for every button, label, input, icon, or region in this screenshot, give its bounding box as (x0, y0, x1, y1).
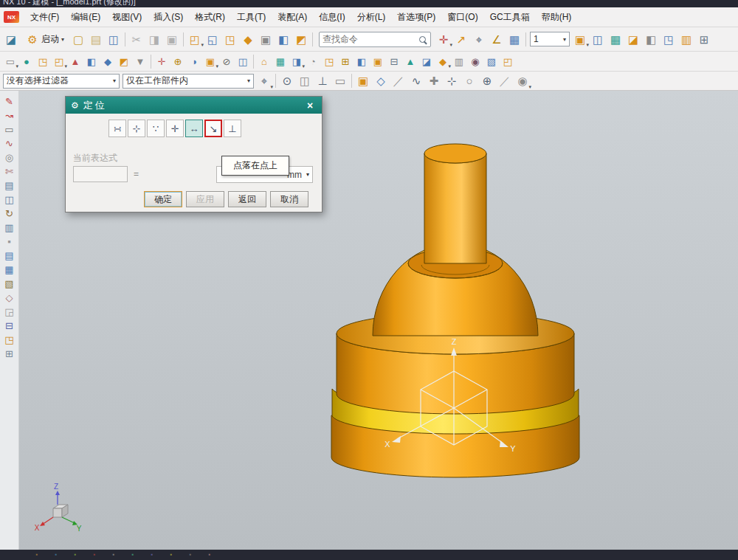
trim-body-icon[interactable]: ◑ (187, 54, 201, 69)
view-scale-combo[interactable]: 1 ▾ (530, 32, 570, 46)
taskbar-icon[interactable]: ▪ (52, 551, 60, 559)
grid-icon[interactable]: ⊞ (696, 31, 712, 47)
start-menu-button[interactable]: ⚙ 启动 ▾ (20, 30, 68, 49)
copy-icon[interactable]: ◨ (146, 31, 162, 47)
boolean-subtract-icon[interactable]: ⊘ (219, 54, 234, 69)
boolean-intersect-icon[interactable]: ◫ (235, 54, 250, 69)
intersection-snap-icon[interactable]: ⊥ (314, 73, 331, 89)
shaded-view-icon[interactable]: ◳ (661, 31, 677, 47)
close-icon[interactable]: × (303, 100, 317, 111)
menu-edit[interactable]: 编辑(E) (65, 7, 106, 27)
vertical-dim-icon[interactable]: ⊹ (128, 120, 145, 137)
point-on-surface-icon[interactable]: ∿ (408, 73, 424, 89)
assembly-navigator-icon[interactable]: ▤ (2, 249, 17, 263)
selection-scope-combo[interactable]: 仅在工作部件内 ▾ (123, 74, 254, 89)
chamfer-icon[interactable]: ◳ (322, 54, 337, 69)
snap-point-icon[interactable]: ⌖▾ (256, 73, 272, 89)
studio-spline-icon[interactable]: ∿ (2, 136, 17, 151)
endpoint-snap-icon[interactable]: ⊙ (279, 73, 295, 89)
menu-tools[interactable]: 工具(T) (231, 7, 272, 27)
sphere-icon[interactable]: ● (19, 54, 34, 69)
draft-icon[interactable]: ◨▾ (289, 54, 304, 69)
pad-icon[interactable]: ◩ (117, 54, 131, 69)
menu-view[interactable]: 视图(V) (106, 7, 148, 27)
back-button[interactable]: 返回 (228, 191, 266, 207)
pattern-icon[interactable]: ▦ (506, 31, 523, 47)
xform-icon[interactable]: ▧ (484, 54, 499, 69)
spline-icon[interactable]: ↝ (2, 108, 17, 122)
replace-face-icon[interactable]: ◰ (500, 54, 515, 69)
cone-icon[interactable]: ▲ (68, 54, 83, 69)
edge-blend-icon[interactable]: ◔ (306, 54, 320, 69)
apply-button[interactable]: 应用 (186, 191, 224, 207)
angle-icon[interactable]: ∠ (489, 31, 505, 47)
perpendicular-dim-icon[interactable]: ✛ (166, 120, 184, 137)
point-dialog-icon[interactable]: ✛▾ (435, 31, 452, 47)
menu-format[interactable]: 格式(R) (189, 7, 231, 27)
arc-center-snap-icon[interactable]: ▭ (332, 73, 348, 89)
menu-help[interactable]: 帮助(H) (536, 7, 578, 27)
quadrant-snap-icon[interactable]: ▣ (355, 73, 371, 89)
orient-view-icon[interactable]: ◪ (625, 31, 641, 47)
taskbar-icon[interactable]: ▪ (129, 551, 137, 559)
direct-sketch-icon[interactable]: ▭▾ (3, 54, 18, 69)
rectangle-icon[interactable]: ▭ (2, 122, 17, 136)
selection-filter-combo[interactable]: 没有选择过滤器 ▾ (3, 74, 120, 89)
tilt-icon[interactable]: ▲ (403, 54, 418, 69)
dialog-titlebar[interactable]: ⚙ 定位 × (66, 97, 322, 114)
thread-icon[interactable]: ▦ (273, 54, 288, 69)
layer-settings-icon[interactable]: ◫ (590, 31, 606, 47)
offset-curve-icon[interactable]: ▤ (2, 179, 17, 193)
history-icon[interactable]: ⊟ (2, 319, 17, 333)
point-onto-line-icon[interactable]: ⊥ (224, 120, 241, 137)
taskbar-icon[interactable]: ▪ (91, 551, 98, 559)
datum-plane-icon[interactable]: ⊕ (170, 54, 185, 69)
intersection-curve-icon[interactable]: ▥ (2, 221, 17, 235)
taskbar-icon[interactable]: ▪ (72, 551, 79, 559)
menu-insert[interactable]: 插入(S) (148, 7, 189, 27)
parallel-at-distance-icon[interactable]: ↔ (185, 120, 203, 137)
part-navigator-icon[interactable]: ▧ (2, 277, 17, 291)
roles-icon[interactable]: ◳ (2, 333, 17, 347)
cancel-button[interactable]: 取消 (270, 191, 308, 207)
offset-face-icon[interactable]: ▣ (370, 54, 385, 69)
unit-combo[interactable]: mm ▾ (216, 166, 313, 183)
menu-information[interactable]: 信息(I) (313, 7, 351, 27)
hd3d-tools-icon[interactable]: ◲ (2, 305, 17, 319)
synchronous-icon[interactable]: ◉ (468, 54, 483, 69)
unite-icon[interactable]: ◧ (275, 31, 292, 47)
move-face-icon[interactable]: ◪ (419, 54, 434, 69)
constraint-navigator-icon[interactable]: ▦ (2, 263, 17, 277)
taskbar-icon[interactable]: ▪ (33, 551, 41, 559)
snap-toggle-icon[interactable]: ◉▾ (514, 73, 531, 89)
cut-icon[interactable]: ✂ (128, 31, 145, 47)
delete-face-icon[interactable]: ▥ (452, 54, 466, 69)
parallel-dim-icon[interactable]: ∵ (147, 120, 165, 137)
taskbar-icon[interactable]: ▪ (206, 551, 213, 559)
scale-body-icon[interactable]: ⊟ (387, 54, 401, 69)
blend-icon[interactable]: ◩ (293, 31, 309, 47)
solid-body-model[interactable] (331, 144, 579, 477)
feature-group-icon[interactable]: ◰▾ (187, 31, 203, 47)
app-home-icon[interactable]: ◪ (3, 31, 19, 47)
copy-face-icon[interactable]: ◆▾ (435, 54, 450, 69)
wcs-display-icon[interactable]: ▦ (607, 31, 624, 47)
block-icon[interactable]: ◳ (35, 54, 50, 69)
emboss-icon[interactable]: ▼ (133, 54, 148, 69)
system-icon[interactable]: ⊞ (2, 347, 17, 361)
ok-button[interactable]: 确定 (144, 191, 182, 207)
more-separator-icon[interactable]: ▪ (2, 235, 17, 249)
csys-icon[interactable]: ⌖ (471, 31, 487, 47)
profile-icon[interactable]: ✎ (2, 94, 17, 108)
menu-file[interactable]: 文件(F) (24, 7, 65, 27)
wireframe-view-icon[interactable]: ▥ (678, 31, 694, 47)
menu-analysis[interactable]: 分析(L) (351, 7, 392, 27)
menu-window[interactable]: 窗口(O) (441, 7, 483, 27)
sketch-icon[interactable]: ◱ (204, 31, 221, 47)
reuse-library-icon[interactable]: ◇ (2, 291, 17, 305)
command-search-input[interactable] (323, 34, 418, 44)
save-icon[interactable]: ◫ (106, 31, 122, 47)
mirror-curve-icon[interactable]: ◫ (2, 193, 17, 207)
taskbar-icon[interactable]: ▪ (187, 551, 194, 559)
existing-point-snap-icon[interactable]: ◇ (373, 73, 389, 89)
